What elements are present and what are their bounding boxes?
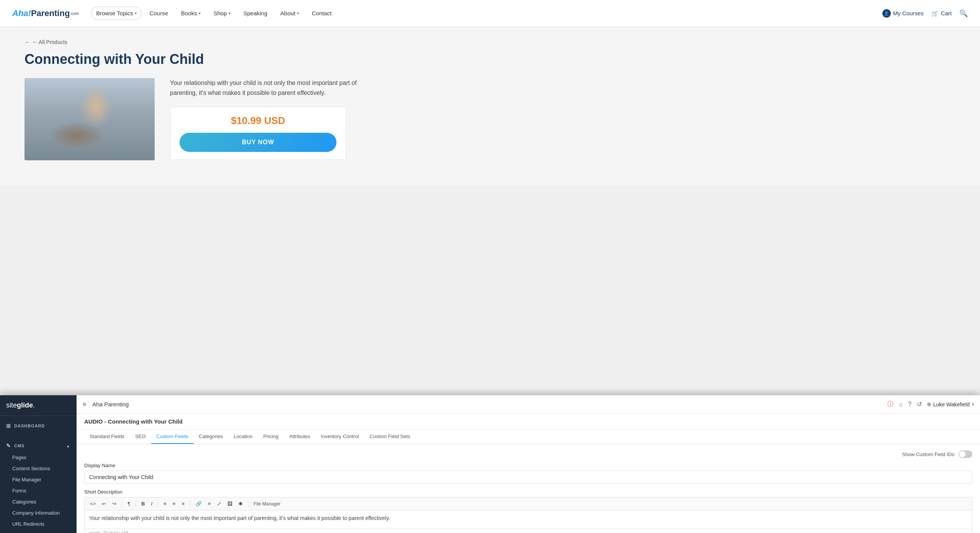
tab-standard-fields[interactable]: Standard Fields: [84, 430, 130, 444]
editor-paragraph-btn[interactable]: ¶: [125, 500, 132, 508]
tab-attributes[interactable]: Attributes: [284, 430, 315, 444]
back-arrow-icon: ←: [24, 39, 30, 45]
svg-point-4: [78, 93, 92, 124]
editor-align-justify-btn[interactable]: ≡: [179, 500, 187, 508]
history-icon[interactable]: ↺: [917, 401, 922, 408]
product-section: Your relationship with your child is not…: [24, 78, 956, 160]
svg-point-11: [90, 126, 113, 137]
sidebar-dashboard-header[interactable]: ⊞ DASHBOARD: [0, 420, 77, 432]
short-desc-label: Short Description: [84, 489, 972, 495]
nav-speaking-label: Speaking: [243, 10, 268, 16]
show-ids-toggle[interactable]: [959, 450, 972, 458]
sidebar-item-file-manager[interactable]: File Manager: [0, 474, 77, 485]
chevron-down-icon: ▾: [135, 11, 137, 15]
display-name-label: Display Name: [84, 463, 972, 468]
nav-shop[interactable]: Shop ▾: [209, 7, 235, 20]
editor-undo-btn[interactable]: ↩: [100, 500, 108, 508]
sidebar-item-company-info[interactable]: Company Information: [0, 507, 77, 518]
nav-speaking[interactable]: Speaking: [238, 7, 273, 20]
search-icon[interactable]: 🔍: [959, 9, 968, 18]
cms-form-area: Show Custom Field IDs: Display Name Shor…: [77, 444, 980, 533]
tab-custom-field-sets[interactable]: Custom Field Sets: [364, 430, 415, 444]
nav-course-label: Course: [150, 10, 168, 16]
product-image-svg: [24, 78, 155, 160]
dashboard-icon: ⊞: [6, 423, 11, 429]
sidebar-item-pages[interactable]: Pages: [0, 452, 77, 463]
svg-point-7: [104, 110, 109, 116]
chevron-down-icon: ▾: [199, 11, 201, 15]
tab-inventory-control[interactable]: Inventory Control: [315, 430, 364, 444]
help-icon[interactable]: ?: [908, 401, 911, 408]
cms-user[interactable]: Luke Wakefield ▾: [927, 401, 974, 407]
sidebar-item-url-redirects[interactable]: URL Redirects: [0, 518, 77, 530]
display-name-input[interactable]: [84, 471, 972, 484]
cms-icon: ✎: [6, 443, 11, 449]
cart-icon: 🛒: [931, 10, 939, 17]
editor-code-btn[interactable]: <>: [88, 500, 98, 508]
show-ids-row: Show Custom Field IDs:: [84, 450, 972, 458]
top-nav: Aha! Parenting .com Browse Topics ▾ Cour…: [0, 0, 980, 27]
svg-point-5: [110, 93, 124, 124]
cms-tabs: Standard Fields SEO Custom Fields Catego…: [77, 430, 980, 444]
alert-icon[interactable]: ⓘ: [887, 400, 893, 408]
nav-browse-topics-label: Browse Topics: [96, 10, 133, 16]
editor-divider-3: [158, 500, 158, 507]
svg-point-10: [100, 117, 103, 120]
tab-custom-fields[interactable]: Custom Fields: [151, 430, 194, 444]
editor-file-manager-btn[interactable]: File Manager: [252, 500, 283, 508]
cms-content-title: AUDIO - Connecting with Your Child: [77, 414, 980, 430]
product-price: $10.99 USD: [180, 115, 336, 127]
nav-course[interactable]: Course: [145, 7, 173, 20]
sidebar-logo-area: siteglide.: [0, 395, 77, 416]
editor-align-center-btn[interactable]: ≡: [170, 500, 178, 508]
nav-my-courses[interactable]: 👤 My Courses: [882, 9, 924, 18]
product-image: [24, 78, 155, 160]
nav-browse-topics[interactable]: Browse Topics ▾: [91, 7, 141, 20]
sidebar-item-categories[interactable]: Categories: [0, 496, 77, 507]
cms-site-name: Aha Parenting: [92, 401, 887, 407]
chevron-down-icon: ▾: [229, 11, 230, 15]
tab-seo[interactable]: SEO: [130, 430, 151, 444]
logo[interactable]: Aha! Parenting .com: [12, 8, 79, 18]
editor-more-btn[interactable]: ✱: [236, 500, 245, 508]
menu-icon[interactable]: ≡: [83, 401, 86, 408]
sidebar-cms-header[interactable]: ✎ CMS ▲: [0, 440, 77, 452]
editor-divider-2: [136, 500, 136, 507]
sidebar-item-content-sections[interactable]: Content Sections: [0, 463, 77, 474]
editor-expand-btn[interactable]: ⤢: [215, 500, 224, 508]
nav-books[interactable]: Books ▾: [176, 7, 206, 20]
cms-topbar-icons: ⓘ ⌂ ? ↺ Luke Wakefield ▾: [887, 400, 974, 408]
nav-contact-label: Contact: [312, 10, 332, 16]
editor-redo-btn[interactable]: ↪: [110, 500, 119, 508]
editor-image-btn[interactable]: 🖼: [225, 500, 235, 508]
logo-com: .com: [70, 11, 79, 16]
tab-pricing[interactable]: Pricing: [258, 430, 284, 444]
svg-rect-15: [24, 78, 155, 160]
nav-contact[interactable]: Contact: [307, 7, 337, 20]
home-icon[interactable]: ⌂: [899, 401, 903, 408]
editor-stats: words: 22 chars: 134: [84, 529, 972, 533]
svg-point-13: [60, 107, 89, 141]
cms-topbar: ≡ Aha Parenting ⓘ ⌂ ? ↺ Luke Wakefield ▾: [77, 395, 980, 414]
svg-point-2: [83, 91, 119, 134]
editor-link-btn[interactable]: 🔗: [193, 500, 204, 508]
nav-about[interactable]: About ▾: [275, 7, 304, 20]
editor-align-left-btn[interactable]: ≡: [161, 500, 169, 508]
buy-now-button[interactable]: BUY NOW: [180, 133, 336, 152]
svg-point-8: [94, 112, 97, 116]
back-link[interactable]: ← ← All Products: [24, 39, 956, 45]
nav-cart[interactable]: 🛒 Cart: [931, 10, 952, 17]
svg-point-9: [105, 112, 108, 116]
sidebar-item-forms[interactable]: Forms: [0, 485, 77, 496]
editor-content[interactable]: Your relationship with your child is not…: [84, 510, 972, 529]
nav-right: 👤 My Courses 🛒 Cart 🔍: [882, 9, 968, 18]
editor-bold-btn[interactable]: B: [139, 500, 147, 508]
cms-overlay: siteglide. ⊞ DASHBOARD ✎ CMS ▲ Pages Con…: [0, 395, 980, 533]
editor-divider-4: [190, 500, 190, 507]
editor-italic-btn[interactable]: I: [149, 500, 155, 508]
tab-categories[interactable]: Categories: [194, 430, 229, 444]
nav-about-label: About: [280, 10, 295, 16]
tab-location[interactable]: Location: [228, 430, 258, 444]
editor-align-right-btn[interactable]: ≡: [206, 500, 213, 508]
svg-point-14: [51, 96, 82, 121]
